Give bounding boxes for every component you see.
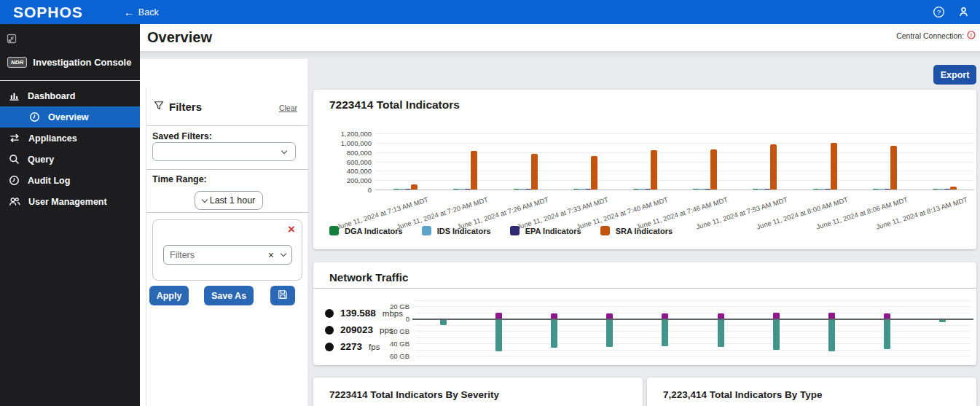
apply-button[interactable]: Apply xyxy=(149,286,189,305)
traffic-out-bar xyxy=(606,320,613,347)
page-title: Overview xyxy=(147,29,212,46)
total-indicators-card: 7223414 Total Indicators 1,200,0001,000,… xyxy=(313,90,976,249)
filter-combobox-placeholder: Filters xyxy=(170,250,268,260)
sidebar-item-audit-log[interactable]: Audit Log xyxy=(0,170,140,191)
traffic-in-bar xyxy=(773,313,780,319)
indicator-bar xyxy=(944,189,950,190)
indicator-bar xyxy=(825,189,831,190)
sidebar-divider xyxy=(0,80,140,81)
indicator-bar xyxy=(573,189,579,190)
filter-combobox[interactable]: Filters × xyxy=(163,245,292,265)
indicator-bar xyxy=(514,189,520,190)
traffic-in-bar xyxy=(884,313,890,319)
swap-icon xyxy=(9,133,20,144)
indicator-bar xyxy=(873,189,879,190)
clear-combobox-icon[interactable]: × xyxy=(268,249,274,261)
y-tick-label: 0 xyxy=(313,315,409,323)
network-traffic-title: Network Traffic xyxy=(329,271,408,284)
bar-chart-icon xyxy=(9,90,20,101)
remove-filter-icon[interactable]: × xyxy=(288,222,295,238)
indicator-bar xyxy=(525,189,531,190)
indicator-bar xyxy=(813,189,819,190)
save-as-button[interactable]: Save As xyxy=(204,286,254,305)
indicator-bar xyxy=(465,189,471,190)
filters-title: Filters xyxy=(169,101,202,113)
funnel-icon xyxy=(154,101,164,113)
main-header: Overview Central Connection: ! xyxy=(140,24,980,51)
sidebar-item-user-management[interactable]: User Management xyxy=(0,191,140,212)
chevron-down-icon xyxy=(201,196,207,202)
help-icon[interactable]: ? xyxy=(933,6,945,18)
x-tick-label: June 11, 2024 at 8:13 AM MDT xyxy=(855,195,968,237)
time-range-select[interactable]: Last 1 hour xyxy=(195,191,263,210)
indicator-bar xyxy=(758,189,764,190)
indicator-bar xyxy=(393,189,399,190)
svg-text:!: ! xyxy=(971,32,972,39)
back-button[interactable]: ← Back xyxy=(124,7,159,17)
indicator-bar xyxy=(531,154,538,190)
legend-swatch xyxy=(600,226,610,235)
saved-filters-label: Saved Filters: xyxy=(152,131,212,141)
indicator-bar xyxy=(579,189,585,190)
traffic-out-bar xyxy=(773,320,780,350)
top-app-bar: SOPHOS ← Back ? xyxy=(0,0,980,24)
y-tick-label: 1,200,000 xyxy=(313,130,372,138)
legend-item: IDS Indicators xyxy=(422,226,491,235)
traffic-out-bar xyxy=(551,320,557,348)
traffic-in-bar xyxy=(551,313,557,319)
product-header: NDR Investigation Console xyxy=(7,57,131,68)
indicators-plot-area xyxy=(375,133,974,190)
user-icon[interactable] xyxy=(957,6,970,18)
indicator-bar xyxy=(645,189,651,190)
traffic-out-bar xyxy=(884,320,890,349)
indicator-bar xyxy=(453,189,459,190)
indicator-bar xyxy=(693,189,699,190)
traffic-out-bar xyxy=(828,320,835,351)
sidebar-item-query[interactable]: Query xyxy=(0,149,140,170)
y-tick-label: 20 GB xyxy=(313,327,409,335)
product-name: Investigation Console xyxy=(33,57,131,68)
horizontal-scrollbar[interactable] xyxy=(140,51,980,59)
indicator-bar xyxy=(471,151,477,190)
indicator-bar xyxy=(705,189,710,190)
filters-divider xyxy=(146,169,308,170)
gridline xyxy=(375,171,974,171)
legend-swatch xyxy=(329,226,339,235)
gridline xyxy=(375,152,974,153)
indicator-bar xyxy=(651,150,657,190)
traffic-out-bar xyxy=(440,320,447,325)
indicator-bar xyxy=(819,189,825,190)
indicator-bar xyxy=(885,189,890,190)
search-icon xyxy=(9,154,20,165)
indicator-bar xyxy=(831,143,837,190)
y-tick-label: 800,000 xyxy=(313,149,372,157)
back-arrow-icon: ← xyxy=(124,7,135,17)
indicators-by-type-card: 7,223,414 Total Indicators By Type xyxy=(647,378,976,406)
sidebar-item-dashboard[interactable]: Dashboard xyxy=(0,85,140,106)
sidebar-item-label: Audit Log xyxy=(28,176,70,186)
y-tick-label: 20 GB xyxy=(313,302,409,311)
save-filter-button[interactable] xyxy=(270,286,295,305)
legend-swatch xyxy=(510,226,520,235)
export-button[interactable]: Export xyxy=(933,65,976,85)
indicators-x-axis: June 11, 2024 at 7:13 AM MDTJune 11, 202… xyxy=(375,192,974,223)
traffic-in-bar xyxy=(828,313,835,319)
sidebar-item-overview[interactable]: Overview xyxy=(0,106,140,128)
indicator-bar xyxy=(770,144,777,190)
traffic-out-bar xyxy=(662,320,668,346)
sidebar-menu: DashboardOverviewAppliancesQueryAudit Lo… xyxy=(0,85,140,212)
traffic-in-bar xyxy=(718,313,724,319)
sophos-logo[interactable]: SOPHOS xyxy=(13,4,83,21)
sidebar-item-label: Appliances xyxy=(28,133,77,144)
legend-label: IDS Indicators xyxy=(437,227,491,235)
sidebar-item-appliances[interactable]: Appliances xyxy=(0,128,140,149)
sidebar: NDR Investigation Console DashboardOverv… xyxy=(0,24,140,406)
clear-filters-link[interactable]: Clear xyxy=(279,104,297,112)
indicator-bar xyxy=(411,184,418,190)
saved-filters-select[interactable] xyxy=(152,142,296,161)
total-indicators-title: 7223414 Total Indicators xyxy=(329,98,460,112)
indicators-by-severity-title: 7223414 Total Indicators By Severity xyxy=(329,389,499,400)
filter-criteria-card: × Filters × xyxy=(152,219,302,281)
collapse-panel-icon[interactable] xyxy=(6,33,17,47)
warning-icon[interactable]: ! xyxy=(967,31,976,41)
